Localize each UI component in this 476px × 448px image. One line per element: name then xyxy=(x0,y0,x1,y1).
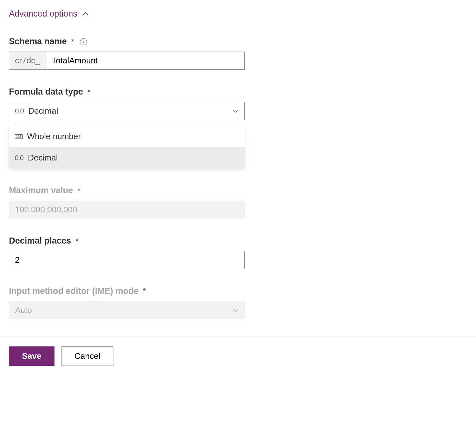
footer-actions: Save Cancel xyxy=(0,337,476,366)
formula-data-type-dropdown: 123 Whole number 0.0 Decimal xyxy=(9,126,245,168)
schema-prefix: cr7dc_ xyxy=(9,52,46,69)
ime-mode-label-row: Input method editor (IME) mode * xyxy=(9,286,467,296)
decimal-places-label: Decimal places xyxy=(9,236,71,246)
option-decimal-label: Decimal xyxy=(28,153,58,163)
formula-data-type-label: Formula data type xyxy=(9,87,83,97)
decimal-places-label-row: Decimal places * xyxy=(9,236,467,246)
chevron-down-icon xyxy=(232,109,239,113)
chevron-down-icon xyxy=(232,309,239,312)
ime-mode-value: Auto xyxy=(15,305,32,315)
decimal-places-input[interactable] xyxy=(9,251,245,269)
maximum-value-label-row: Maximum value * xyxy=(9,186,467,196)
schema-name-label: Schema name xyxy=(9,37,67,46)
schema-name-field: Schema name * i cr7dc_ xyxy=(9,37,467,70)
formula-data-type-selected: 0.0 Decimal xyxy=(15,106,58,116)
option-whole-number-label: Whole number xyxy=(27,132,81,141)
maximum-value-label: Maximum value xyxy=(9,186,73,196)
advanced-options-toggle[interactable]: Advanced options xyxy=(9,9,89,19)
required-indicator: * xyxy=(143,287,146,296)
chevron-up-icon xyxy=(82,12,89,16)
save-button[interactable]: Save xyxy=(9,346,54,366)
decimal-icon: 0.0 xyxy=(15,154,24,162)
schema-name-input-group: cr7dc_ xyxy=(9,52,245,70)
option-decimal[interactable]: 0.0 Decimal xyxy=(9,147,245,168)
maximum-value-field: Maximum value * xyxy=(9,186,467,219)
ime-mode-label: Input method editor (IME) mode xyxy=(9,286,138,296)
ime-mode-select: Auto xyxy=(9,301,245,319)
required-indicator: * xyxy=(88,88,90,96)
formula-data-type-label-row: Formula data type * xyxy=(9,87,467,97)
required-indicator: * xyxy=(71,37,74,46)
required-indicator: * xyxy=(77,186,80,195)
formula-data-type-selected-label: Decimal xyxy=(28,106,58,116)
formula-data-type-select[interactable]: 0.0 Decimal xyxy=(9,102,245,120)
ime-mode-field: Input method editor (IME) mode * Auto xyxy=(9,286,467,319)
cancel-button[interactable]: Cancel xyxy=(61,346,113,366)
whole-number-icon: 123 xyxy=(15,134,23,139)
schema-name-input[interactable] xyxy=(46,52,244,69)
option-whole-number[interactable]: 123 Whole number xyxy=(9,126,245,147)
formula-data-type-field: Formula data type * 0.0 Decimal xyxy=(9,87,467,120)
schema-name-label-row: Schema name * i xyxy=(9,37,467,46)
decimal-icon: 0.0 xyxy=(15,107,24,115)
maximum-value-input xyxy=(9,201,245,219)
decimal-places-field: Decimal places * xyxy=(9,236,467,269)
required-indicator: * xyxy=(76,237,78,245)
advanced-options-label: Advanced options xyxy=(9,9,77,19)
info-icon[interactable]: i xyxy=(80,38,87,45)
